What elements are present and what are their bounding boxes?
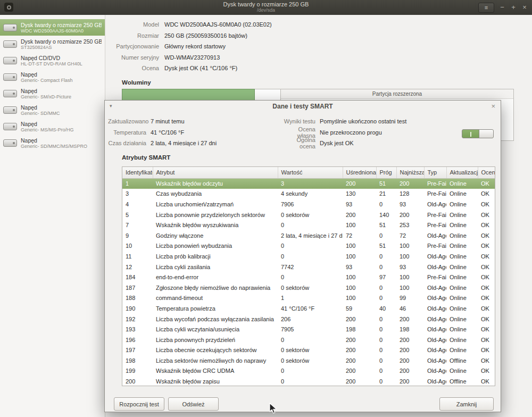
table-cell: OK [478,293,495,304]
column-header[interactable]: Wartość [278,167,343,178]
table-cell: 200 [396,178,424,189]
hamburger-icon: ≡ [485,4,488,11]
table-cell: 100 [396,251,424,262]
table-row[interactable]: 10Liczba ponowień wybudzania010051100Pre… [122,241,495,252]
table-cell: 198 [122,355,153,366]
table-row[interactable]: 200Wskaźnik błędów zapisu02000200Old-Age… [122,376,495,386]
table-cell: 100 [343,241,376,252]
table-row[interactable]: 197Liczba obecnie oczekujących sektorów0… [122,345,495,356]
table-cell: 10 [122,241,153,252]
column-header[interactable]: Uśredniona [343,167,376,178]
info-label: Ogólna ocena [280,137,315,149]
detail-row: Numer seryjny WD-WMAV23270913 [106,52,272,63]
table-cell: 3 [278,178,343,189]
table-row[interactable]: 11Liczba prób kalibracji01000100Old-AgeO… [122,251,495,262]
table-cell: 0 [376,345,396,356]
table-row[interactable]: 187Zgłoszone błędy niemożliwe do naprawi… [122,282,495,293]
column-header[interactable]: Ocena [478,167,495,178]
table-cell: 200 [396,366,424,377]
detail-label: Numer seryjny [106,54,159,61]
info-label: Temperatura [108,129,146,136]
table-cell: Old-Age [424,303,446,314]
table-row[interactable]: 192Liczba wycofań podczas wyłączania zas… [122,314,495,324]
sidebar-item-text: Napęd Generic- MS/MS-Pro/HG [21,121,74,132]
flash-drive-icon [3,90,17,97]
table-cell: Wskaźnik błędów odczytu [153,178,278,189]
table-cell: OK [478,366,495,377]
sidebar-item[interactable]: Napęd Generic- Compact Flash [0,69,105,85]
table-cell: 99 [396,293,424,304]
table-row[interactable]: 184end-to-end-error010097100Pre-FailOnli… [122,272,495,282]
table-cell: 7906 [278,199,343,210]
table-cell: Online [446,262,478,272]
detail-label: Rozmiar [106,32,159,39]
sidebar-item[interactable]: Napęd CD/DVD HL-DT-ST DVD-RAM GH40L [0,52,105,69]
table-cell: 93 [343,199,376,210]
table-cell: Offline [446,376,478,386]
info-label: Wyniki testu [280,118,315,124]
table-cell: OK [478,241,495,252]
table-cell: Old-Age [424,366,446,377]
table-cell: Liczba obecnie oczekujących sektorów [153,345,278,356]
table-row[interactable]: 7Wskaźnik błędów wyszukiwania010051253Pr… [122,220,495,230]
table-row[interactable]: 193Liczba cykli wczytania/usunięcia79051… [122,324,495,335]
table-cell: Liczba prób kalibracji [153,251,278,262]
table-row[interactable]: 198Liczba sektorów niemożliwych do napra… [122,355,495,366]
table-cell: Online [446,272,478,282]
table-cell: OK [478,251,495,262]
close-button[interactable]: × [521,0,528,15]
table-cell: Online [446,220,478,230]
table-cell: OK [478,230,495,241]
sidebar-item-title: Napęd [21,121,74,127]
dialog-close-icon[interactable]: × [491,102,495,110]
table-row[interactable]: 9Godziny włączone2 lata, 4 miesiące i 27… [122,230,495,241]
table-cell: 200 [396,314,424,324]
table-row[interactable]: 196Liczba ponownych przydzieleń02000200O… [122,335,495,345]
table-row[interactable]: 4Liczba uruchomień/zatrzymań790693093Old… [122,199,495,210]
sidebar-item-subtitle: Generic- SM/xD-Picture [21,94,71,99]
table-cell: Liczba ponownie przydzielonych sektorów [153,210,278,220]
table-row[interactable]: 188command-timeout1100099Old-AgeOnlineOK [122,293,495,304]
info-value: Pomyślnie ukończono ostatni test [320,118,406,124]
table-row[interactable]: 3Czas wybudzania4 sekundy13021128Pre-Fai… [122,189,495,199]
table-row[interactable]: 12Liczba cykli zasilania774293093Old-Age… [122,262,495,272]
table-cell: OK [478,282,495,293]
sidebar-item[interactable]: Napęd Generic- SM/xD-Picture [0,85,105,102]
detail-label: Partycjonowanie [106,43,159,49]
table-row[interactable]: 199Wskaźnik błędów CRC UDMA02000200Old-A… [122,366,495,377]
sidebar-item[interactable]: Dysk twardy o rozmiarze 250 GB WDC WD250… [0,19,105,36]
table-cell: Old-Age [424,376,446,386]
maximize-button[interactable]: + [510,0,517,15]
table-row[interactable]: 1Wskaźnik błędów odczytu320051200Pre-Fai… [122,178,495,189]
sidebar-item[interactable]: Dysk twardy o rozmiarze 250 GB ST3250824… [0,36,105,52]
column-header[interactable]: Atrybut [153,167,278,178]
detail-value: Główny rekord startowy [164,43,226,49]
sidebar-item[interactable]: Napęd Generic- MS/MS-Pro/HG [0,118,105,135]
menu-button[interactable]: ≡ [478,3,494,13]
table-cell: 100 [343,282,376,293]
smart-enabled-toggle[interactable] [462,129,494,138]
table-row[interactable]: 5Liczba ponownie przydzielonych sektorów… [122,210,495,220]
column-header[interactable]: Aktualizacje [446,167,478,178]
table-cell: 200 [122,376,153,386]
sidebar-item[interactable]: Napęd Generic- SD/MMC [0,102,105,118]
close-dialog-button[interactable]: Zamknij [439,397,494,411]
start-test-button[interactable]: Rozpocznij test [114,397,164,411]
smart-summary: Zaktualizowano 7 minut temu Temperatura … [105,116,501,154]
column-header[interactable]: Typ [424,167,446,178]
table-row[interactable]: 190Temperatura powietrza41 °C/106 °F5940… [122,303,495,314]
column-header[interactable]: Identyfikator [122,167,153,178]
table-cell: 0 [376,262,396,272]
window-title-group: Dysk twardy o rozmiarze 250 GB /dev/sda [53,1,479,13]
table-cell: 41 °C/106 °F [278,303,343,314]
column-header[interactable]: Próg [376,167,396,178]
table-cell: 198 [396,324,424,335]
refresh-button[interactable]: Odśwież [168,397,219,411]
optical-drive-icon [3,57,17,64]
table-cell: OK [478,220,495,230]
table-cell: end-to-end-error [153,272,278,282]
toggle-knob[interactable] [479,130,493,138]
column-header[interactable]: Najniższa [396,167,424,178]
minimize-button[interactable]: − [499,0,505,15]
sidebar-item[interactable]: Napęd Generic- SD/MMC/MS/MSPRO [0,135,105,151]
